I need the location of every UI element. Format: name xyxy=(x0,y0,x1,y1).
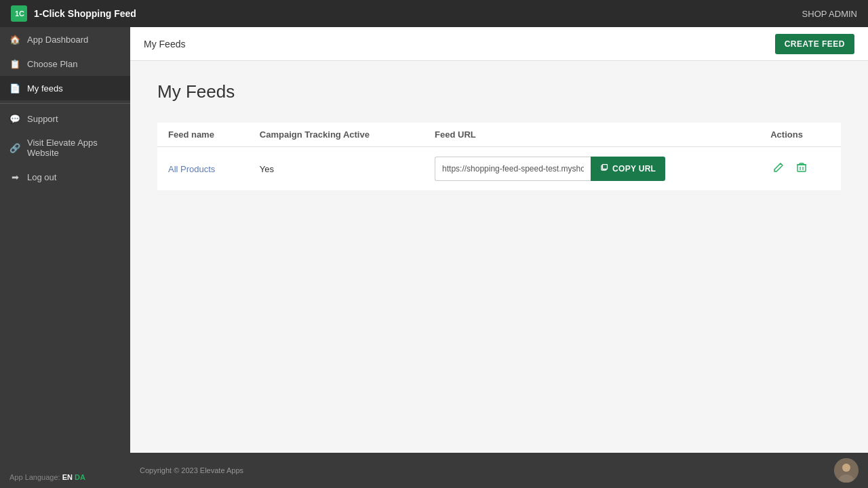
topbar-title: 1-Click Shopping Feed xyxy=(34,8,136,19)
topbar: 1C 1-Click Shopping Feed SHOP ADMIN xyxy=(0,0,868,27)
copy-url-button[interactable]: COPY URL xyxy=(591,157,665,181)
logout-icon: ➡ xyxy=(9,171,20,182)
lang-en[interactable]: EN xyxy=(62,473,73,481)
svg-text:1C: 1C xyxy=(15,9,24,18)
plan-icon: 📋 xyxy=(9,58,20,69)
table-row: All Products Yes xyxy=(157,147,841,191)
create-feed-button[interactable]: CREATE FEED xyxy=(775,34,854,54)
svg-point-9 xyxy=(842,464,850,472)
sidebar-item-my-feeds[interactable]: 📄 My feeds xyxy=(0,76,130,100)
content-area: My Feeds CREATE FEED My Feeds Feed name … xyxy=(130,27,868,488)
cell-feed-url: COPY URL xyxy=(424,147,760,191)
sidebar-label-choose-plan: Choose Plan xyxy=(27,59,77,69)
cell-actions xyxy=(760,147,841,191)
edit-button[interactable] xyxy=(770,159,787,178)
sidebar-item-log-out[interactable]: ➡ Log out xyxy=(0,165,130,189)
cell-feed-name: All Products xyxy=(157,147,249,191)
copy-url-label: COPY URL xyxy=(612,164,656,174)
sidebar-footer: App Language: EN DA xyxy=(0,466,130,488)
feeds-table: Feed name Campaign Tracking Active Feed … xyxy=(157,123,841,191)
sidebar: 🏠 App Dashboard 📋 Choose Plan 📄 My feeds… xyxy=(0,27,130,488)
col-actions: Actions xyxy=(760,123,841,147)
col-campaign-tracking: Campaign Tracking Active xyxy=(249,123,424,147)
col-feed-name: Feed name xyxy=(157,123,249,147)
bottom-bar: Copyright © 2023 Elevate Apps xyxy=(130,453,868,488)
delete-button[interactable] xyxy=(793,159,810,178)
copyright-text: Copyright © 2023 Elevate Apps xyxy=(140,466,243,474)
svg-rect-3 xyxy=(603,164,608,169)
sidebar-label-app-dashboard: App Dashboard xyxy=(27,35,88,45)
feeds-icon: 📄 xyxy=(9,83,20,94)
sidebar-item-app-dashboard[interactable]: 🏠 App Dashboard xyxy=(0,27,130,52)
page-title: My Feeds xyxy=(157,81,841,102)
sidebar-item-choose-plan[interactable]: 📋 Choose Plan xyxy=(0,52,130,76)
avatar xyxy=(834,458,859,483)
feed-url-input[interactable] xyxy=(435,157,591,181)
sidebar-label-log-out: Log out xyxy=(27,172,56,182)
sidebar-label-visit-website: Visit Elevate Apps Website xyxy=(27,138,121,158)
sidebar-label-support: Support xyxy=(27,114,58,124)
edit-icon xyxy=(773,162,784,176)
table-body: All Products Yes xyxy=(157,147,841,191)
topbar-shop-admin[interactable]: SHOP ADMIN xyxy=(802,9,857,19)
table-header-row: Feed name Campaign Tracking Active Feed … xyxy=(157,123,841,147)
copy-icon xyxy=(600,164,608,174)
language-label: App Language: xyxy=(9,473,62,481)
link-icon: 🔗 xyxy=(9,142,20,153)
support-icon: 💬 xyxy=(9,113,20,124)
content-header: My Feeds CREATE FEED xyxy=(130,27,868,61)
topbar-left: 1C 1-Click Shopping Feed xyxy=(11,5,136,22)
app-logo: 1C xyxy=(11,5,27,22)
content-header-title: My Feeds xyxy=(144,39,185,49)
main-content: My Feeds Feed name Campaign Tracking Act… xyxy=(130,61,868,453)
feed-url-cell: COPY URL xyxy=(435,157,749,181)
svg-rect-4 xyxy=(797,165,806,171)
sidebar-label-my-feeds: My feeds xyxy=(27,83,63,94)
cell-campaign-tracking: Yes xyxy=(249,147,424,191)
delete-icon xyxy=(796,162,807,176)
lang-da[interactable]: DA xyxy=(75,473,85,481)
actions-cell xyxy=(770,159,830,178)
table-head: Feed name Campaign Tracking Active Feed … xyxy=(157,123,841,147)
main-layout: 🏠 App Dashboard 📋 Choose Plan 📄 My feeds… xyxy=(0,27,868,488)
sidebar-divider xyxy=(0,103,130,104)
sidebar-item-support[interactable]: 💬 Support xyxy=(0,106,130,131)
sidebar-item-visit-website[interactable]: 🔗 Visit Elevate Apps Website xyxy=(0,131,130,165)
col-feed-url: Feed URL xyxy=(424,123,760,147)
dashboard-icon: 🏠 xyxy=(9,34,20,45)
